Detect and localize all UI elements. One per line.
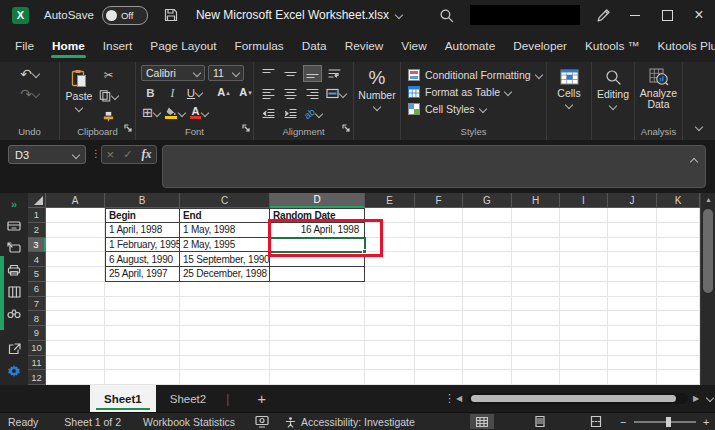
scroll-corner-button[interactable] bbox=[707, 387, 713, 405]
cell-H12[interactable] bbox=[512, 370, 560, 385]
cell-F7[interactable] bbox=[415, 297, 463, 312]
workbook-pane-button[interactable] bbox=[0, 220, 28, 232]
column-header-B[interactable]: B bbox=[105, 193, 180, 208]
name-box-resize-handle[interactable]: ⋮ bbox=[91, 148, 101, 159]
tab-file[interactable]: File bbox=[6, 30, 43, 62]
cell-E7[interactable] bbox=[365, 297, 415, 312]
tab-review[interactable]: Review bbox=[336, 30, 393, 62]
paste-button[interactable]: Paste bbox=[60, 62, 98, 111]
cell-I9[interactable] bbox=[560, 326, 608, 341]
cell-J12[interactable] bbox=[608, 370, 657, 385]
cell-K1[interactable] bbox=[657, 208, 700, 223]
cell-J4[interactable] bbox=[608, 252, 657, 267]
cell-E5[interactable] bbox=[365, 267, 415, 282]
cell-G1[interactable] bbox=[463, 208, 512, 223]
cell-I11[interactable] bbox=[560, 356, 608, 371]
italic-button[interactable]: I bbox=[163, 84, 182, 101]
page-layout-view-button[interactable] bbox=[528, 414, 552, 429]
cell-J2[interactable] bbox=[608, 223, 657, 238]
new-sheet-button[interactable]: + bbox=[257, 390, 266, 407]
normal-view-button[interactable] bbox=[470, 414, 494, 429]
cell-J11[interactable] bbox=[608, 356, 657, 371]
cell-D6[interactable] bbox=[270, 282, 365, 297]
row-header-3[interactable]: 3 bbox=[28, 238, 46, 253]
cell-A8[interactable] bbox=[46, 311, 105, 326]
cell-A9[interactable] bbox=[46, 326, 105, 341]
cell-A4[interactable] bbox=[46, 252, 105, 267]
cell-E10[interactable] bbox=[365, 341, 415, 356]
sheet-tab-sheet1[interactable]: Sheet1 bbox=[90, 385, 156, 412]
column-header-C[interactable]: C bbox=[180, 193, 270, 208]
cell-E9[interactable] bbox=[365, 326, 415, 341]
increase-font-button[interactable]: A▴ bbox=[214, 84, 233, 101]
align-bottom-button[interactable] bbox=[303, 65, 322, 82]
row-header-8[interactable]: 8 bbox=[28, 311, 46, 326]
cell-J6[interactable] bbox=[608, 282, 657, 297]
expand-pane-button[interactable]: » bbox=[0, 198, 28, 210]
cell-B9[interactable] bbox=[105, 326, 180, 341]
cell-A5[interactable] bbox=[46, 267, 105, 282]
accessibility-status-button[interactable]: Accessibility: Investigate bbox=[301, 416, 415, 428]
cell-F4[interactable] bbox=[415, 252, 463, 267]
horizontal-scroll-thumb[interactable] bbox=[471, 395, 676, 402]
bold-button[interactable]: B bbox=[141, 84, 160, 101]
row-header-1[interactable]: 1 bbox=[28, 208, 46, 223]
cell-G4[interactable] bbox=[463, 252, 512, 267]
cell-B2[interactable]: 1 April, 1998 bbox=[105, 223, 180, 238]
cell-F2[interactable] bbox=[415, 223, 463, 238]
cell-J5[interactable] bbox=[608, 267, 657, 282]
cell-B8[interactable] bbox=[105, 311, 180, 326]
cell-C10[interactable] bbox=[180, 341, 270, 356]
align-middle-button[interactable] bbox=[281, 65, 300, 82]
cell-K9[interactable] bbox=[657, 326, 700, 341]
zoom-slider-thumb[interactable] bbox=[666, 417, 671, 427]
borders-button[interactable]: ⊞ bbox=[141, 104, 161, 121]
autosave-toggle[interactable]: Off bbox=[102, 6, 148, 25]
cell-B11[interactable] bbox=[105, 356, 180, 371]
cell-C2[interactable]: 1 May, 1998 bbox=[180, 223, 270, 238]
snapshot-button[interactable] bbox=[255, 415, 269, 428]
formula-bar-input[interactable] bbox=[162, 145, 706, 188]
cell-K8[interactable] bbox=[657, 311, 700, 326]
column-header-G[interactable]: G bbox=[463, 193, 512, 208]
cell-G7[interactable] bbox=[463, 297, 512, 312]
cell-D10[interactable] bbox=[270, 341, 365, 356]
cell-F8[interactable] bbox=[415, 311, 463, 326]
column-header-A[interactable]: A bbox=[46, 193, 105, 208]
increase-indent-button[interactable] bbox=[281, 105, 300, 122]
cell-K6[interactable] bbox=[657, 282, 700, 297]
font-size-select[interactable]: 11 bbox=[208, 65, 244, 81]
cell-C4[interactable]: 15 September, 1990 bbox=[180, 252, 270, 267]
cell-K12[interactable] bbox=[657, 370, 700, 385]
cell-H8[interactable] bbox=[512, 311, 560, 326]
cell-styles-button[interactable]: Cell Styles bbox=[401, 100, 546, 117]
row-header-12[interactable]: 12 bbox=[28, 370, 46, 385]
cell-H9[interactable] bbox=[512, 326, 560, 341]
cell-I1[interactable] bbox=[560, 208, 608, 223]
tab-developer[interactable]: Developer bbox=[504, 30, 576, 62]
cell-I10[interactable] bbox=[560, 341, 608, 356]
cell-B3[interactable]: 1 February, 1995 bbox=[105, 238, 180, 253]
cell-H10[interactable] bbox=[512, 341, 560, 356]
sheet-tab-sheet2[interactable]: Sheet2 bbox=[156, 385, 220, 412]
cell-J8[interactable] bbox=[608, 311, 657, 326]
workbook-statistics-button[interactable]: Workbook Statistics bbox=[143, 416, 235, 428]
zoom-in-button[interactable]: + bbox=[703, 413, 709, 430]
wrap-text-button[interactable] bbox=[325, 65, 344, 82]
cell-I3[interactable] bbox=[560, 238, 608, 253]
columns-pane-button[interactable] bbox=[0, 286, 28, 298]
cell-B12[interactable] bbox=[105, 370, 180, 385]
orientation-button[interactable]: ab bbox=[303, 105, 323, 122]
tab-page-layout[interactable]: Page Layout bbox=[141, 30, 225, 62]
font-color-button[interactable]: A bbox=[189, 104, 209, 121]
cell-J10[interactable] bbox=[608, 341, 657, 356]
sidebar-settings-button[interactable] bbox=[0, 364, 28, 378]
row-header-2[interactable]: 2 bbox=[28, 223, 46, 238]
scroll-left-icon[interactable]: ◀ bbox=[456, 394, 462, 403]
search-button[interactable] bbox=[439, 8, 454, 23]
print-pane-button[interactable] bbox=[0, 264, 28, 276]
cell-D9[interactable] bbox=[270, 326, 365, 341]
cell-A3[interactable] bbox=[46, 238, 105, 253]
cell-C7[interactable] bbox=[180, 297, 270, 312]
cell-E12[interactable] bbox=[365, 370, 415, 385]
